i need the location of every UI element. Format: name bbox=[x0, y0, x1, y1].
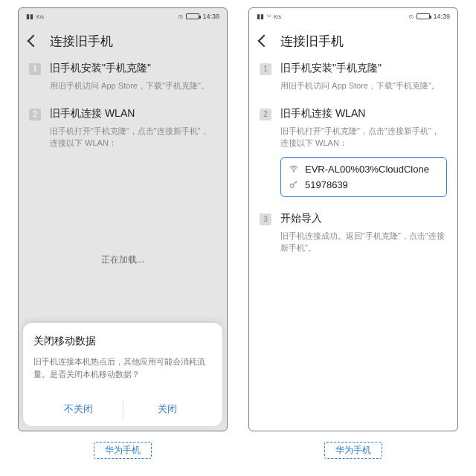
net-speed: K/s bbox=[36, 14, 44, 19]
wifi-small-icon: ⌔ bbox=[267, 13, 271, 20]
mobile-data-dialog: 关闭移动数据 旧手机连接本机热点后，其他应用可能会消耗流量。是否关闭本机移动数据… bbox=[23, 323, 222, 426]
step-number-badge: 3 bbox=[260, 213, 271, 225]
step-2: 2 旧手机连接 WLAN 旧手机打开"手机克隆"，点击"连接新手机"，连接以下 … bbox=[29, 107, 216, 149]
dialog-actions: 不关闭 关闭 bbox=[33, 392, 212, 426]
step-number-badge: 2 bbox=[29, 109, 41, 120]
status-bar: ▮▮ K/s ⦸ 14:38 bbox=[19, 8, 227, 25]
step-number-badge: 1 bbox=[260, 63, 271, 75]
dialog-cancel-button[interactable]: 不关闭 bbox=[33, 392, 123, 426]
page-title: 连接旧手机 bbox=[50, 33, 113, 50]
wifi-icon bbox=[289, 164, 299, 174]
loading-indicator: 正在加载... bbox=[19, 254, 227, 266]
step-description: 用旧手机访问 App Store，下载"手机克隆"。 bbox=[50, 80, 216, 92]
step-number-badge: 2 bbox=[260, 109, 271, 120]
status-time: 14:38 bbox=[202, 13, 219, 20]
nav-header: 连接旧手机 bbox=[249, 25, 457, 57]
dialog-body: 旧手机连接本机热点后，其他应用可能会消耗流量。是否关闭本机移动数据？ bbox=[33, 356, 212, 382]
step-title: 旧手机安装"手机克隆" bbox=[280, 62, 447, 75]
back-arrow-icon[interactable] bbox=[258, 35, 271, 48]
battery-icon bbox=[186, 13, 199, 19]
net-speed: K/s bbox=[274, 14, 281, 19]
page-title: 连接旧手机 bbox=[280, 33, 344, 50]
step-1: 1 旧手机安装"手机克隆" 用旧手机访问 App Store，下载"手机克隆"。 bbox=[260, 62, 447, 92]
captions-row: 华为手机 华为手机 bbox=[18, 442, 458, 459]
step-title: 旧手机安装"手机克隆" bbox=[50, 62, 216, 75]
step-1: 1 旧手机安装"手机克隆" 用旧手机访问 App Store，下载"手机克隆"。 bbox=[29, 62, 216, 92]
step-description: 用旧手机访问 App Store，下载"手机克隆"。 bbox=[280, 80, 447, 92]
caption-left: 华为手机 bbox=[94, 442, 152, 459]
step-description: 旧手机打开"手机克隆"，点击"连接新手机"，连接以下 WLAN： bbox=[50, 125, 216, 149]
step-title: 旧手机连接 WLAN bbox=[280, 107, 447, 120]
phone-left: ▮▮ K/s ⦸ 14:38 连接旧手机 1 旧手机安装"手机克隆" 用旧手机访… bbox=[18, 7, 228, 431]
signal-icon: ▮▮ bbox=[257, 13, 264, 20]
step-3: 3 开始导入 旧手机连接成功。返回"手机克隆"，点击"连接新手机"。 bbox=[260, 212, 447, 254]
steps-list: 1 旧手机安装"手机克隆" 用旧手机访问 App Store，下载"手机克隆"。… bbox=[19, 57, 227, 164]
back-arrow-icon[interactable] bbox=[28, 35, 40, 48]
step-title: 开始导入 bbox=[280, 212, 447, 225]
step-description: 旧手机连接成功。返回"手机克隆"，点击"连接新手机"。 bbox=[280, 230, 447, 254]
status-bar: ▮▮ ⌔ K/s ⦸ 14:39 bbox=[249, 8, 457, 25]
phones-row: ▮▮ K/s ⦸ 14:38 连接旧手机 1 旧手机安装"手机克隆" 用旧手机访… bbox=[18, 7, 458, 431]
wifi-password-row: 51978639 bbox=[289, 179, 439, 190]
dialog-confirm-button[interactable]: 关闭 bbox=[123, 392, 212, 426]
phone-right: ▮▮ ⌔ K/s ⦸ 14:39 连接旧手机 1 旧手机安装"手机克隆" 用旧手… bbox=[248, 7, 458, 431]
battery-icon bbox=[416, 13, 430, 19]
mute-icon: ⦸ bbox=[409, 13, 414, 21]
caption-right: 华为手机 bbox=[324, 442, 382, 459]
step-2: 2 旧手机连接 WLAN 旧手机打开"手机克隆"，点击"连接新手机"，连接以下 … bbox=[260, 107, 447, 197]
wifi-password: 51978639 bbox=[305, 179, 348, 190]
wifi-credentials-box: EVR-AL00%03%CloudClone 51978639 bbox=[280, 157, 447, 197]
step-description: 旧手机打开"手机克隆"，点击"连接新手机"，连接以下 WLAN： bbox=[280, 125, 447, 149]
mute-icon: ⦸ bbox=[178, 13, 183, 21]
svg-point-1 bbox=[290, 184, 294, 187]
wifi-ssid-row: EVR-AL00%03%CloudClone bbox=[289, 164, 439, 175]
nav-header: 连接旧手机 bbox=[19, 25, 227, 57]
steps-list: 1 旧手机安装"手机克隆" 用旧手机访问 App Store，下载"手机克隆"。… bbox=[249, 57, 457, 269]
wifi-ssid: EVR-AL00%03%CloudClone bbox=[305, 164, 429, 175]
step-title: 旧手机连接 WLAN bbox=[50, 107, 216, 120]
step-number-badge: 1 bbox=[29, 63, 41, 75]
status-time: 14:39 bbox=[433, 13, 450, 20]
key-icon bbox=[289, 179, 299, 190]
dialog-title: 关闭移动数据 bbox=[33, 335, 212, 348]
svg-point-0 bbox=[293, 171, 294, 172]
signal-icon: ▮▮ bbox=[26, 13, 33, 20]
